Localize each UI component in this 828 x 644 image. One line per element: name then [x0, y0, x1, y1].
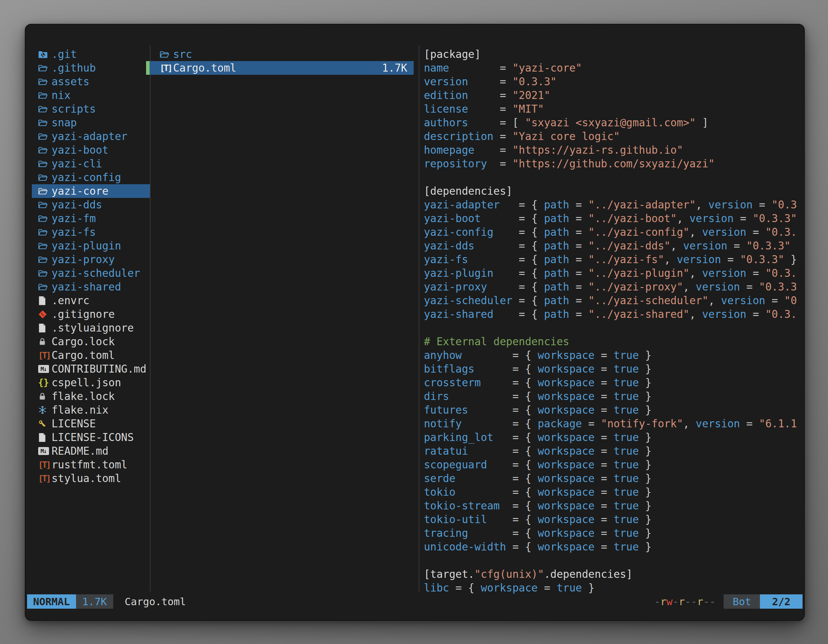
- file-name: yazi-shared: [52, 280, 121, 293]
- preview-line: yazi-shared = { path = "../yazi-shared",…: [424, 307, 803, 321]
- current-item-Cargo.toml[interactable]: [T]Cargo.toml1.7K: [149, 61, 414, 75]
- sidebar-item-yazi-proxy[interactable]: yazi-proxy: [32, 253, 150, 266]
- preview-line: edition = "2021": [424, 88, 803, 102]
- file-size-badge: 1.7K: [76, 594, 113, 609]
- file-name: .styluaignore: [52, 322, 134, 334]
- sidebar-item-yazi-dds[interactable]: yazi-dds: [32, 198, 150, 212]
- file-name: Cargo.toml: [52, 349, 115, 362]
- status-bar: NORMAL 1.7K Cargo.toml -rw-r--r-- Bot 2/…: [27, 594, 803, 609]
- preview-line: license = "MIT": [424, 102, 803, 116]
- sidebar-item-assets[interactable]: assets: [32, 75, 150, 88]
- file-name: assets: [52, 75, 89, 88]
- preview-line: version = "0.3.3": [424, 75, 803, 88]
- folder-open-icon: [38, 201, 52, 209]
- toml-icon: [T]: [160, 64, 173, 72]
- preview-line: scopeguard = { workspace = true }: [424, 458, 803, 472]
- current-item-src[interactable]: src: [149, 47, 414, 61]
- sidebar-item-snap[interactable]: snap: [32, 116, 150, 130]
- sidebar-item-LICENSE[interactable]: LICENSE: [32, 417, 150, 431]
- folder-open-icon: [38, 187, 52, 195]
- folder-open-icon: [38, 270, 52, 277]
- folder-open-icon: [38, 78, 52, 86]
- toml-icon: [T]: [38, 474, 52, 483]
- preview-line: yazi-boot = { path = "../yazi-boot", ver…: [424, 212, 803, 225]
- file-name: rustfmt.toml: [52, 459, 127, 471]
- sidebar-item-scripts[interactable]: scripts: [32, 102, 150, 116]
- file-name: CONTRIBUTING.md: [52, 363, 146, 375]
- git-folder-icon: [38, 50, 52, 58]
- sidebar-item-yazi-adapter[interactable]: yazi-adapter: [32, 130, 150, 143]
- sidebar-item-yazi-scheduler[interactable]: yazi-scheduler: [32, 266, 150, 280]
- file-name: yazi-scheduler: [52, 267, 140, 279]
- folder-open-icon: [38, 64, 52, 72]
- sidebar-item-flake.nix[interactable]: flake.nix: [32, 403, 150, 417]
- sidebar-item-stylua.toml[interactable]: [T]stylua.toml: [32, 472, 150, 485]
- sidebar-item-Cargo.lock[interactable]: Cargo.lock: [32, 335, 150, 348]
- sidebar-item-nix[interactable]: nix: [32, 88, 150, 102]
- file-name: .envrc: [52, 294, 89, 307]
- folder-open-icon: [38, 229, 52, 236]
- perm-char: -: [709, 595, 715, 608]
- sidebar-item-cspell.json[interactable]: {}cspell.json: [32, 376, 150, 389]
- file-icon: [38, 323, 52, 333]
- current-pane: src[T]Cargo.toml1.7K: [149, 47, 414, 75]
- preview-line: [424, 554, 803, 567]
- sidebar-item-yazi-core[interactable]: yazi-core: [32, 184, 150, 198]
- perm-char: -: [673, 595, 679, 608]
- sidebar-item-flake.lock[interactable]: flake.lock: [32, 389, 150, 403]
- sidebar-item-.gitignore[interactable]: .gitignore: [32, 307, 150, 321]
- folder-open-icon: [38, 133, 52, 140]
- file-name: stylua.toml: [52, 472, 121, 484]
- markdown-icon: M↓: [38, 447, 49, 455]
- preview-line: futures = { workspace = true }: [424, 403, 803, 417]
- file-name: Cargo.lock: [52, 335, 115, 348]
- perm-char: r: [660, 595, 666, 608]
- sidebar-item-Cargo.toml[interactable]: [T]Cargo.toml: [32, 348, 150, 362]
- preview-line: tracing = { workspace = true }: [424, 526, 803, 540]
- file-name: yazi-cli: [52, 158, 102, 170]
- file-name: src: [173, 48, 192, 60]
- perm-char: -: [691, 595, 697, 608]
- sidebar-item-yazi-config[interactable]: yazi-config: [32, 171, 150, 184]
- preview-line: ratatui = { workspace = true }: [424, 444, 803, 458]
- preview-line: serde = { workspace = true }: [424, 472, 803, 485]
- preview-line: yazi-plugin = { path = "../yazi-plugin",…: [424, 266, 803, 280]
- file-size: 1.7K: [382, 62, 414, 74]
- perm-char: r: [679, 595, 685, 608]
- parent-pane: .git.githubassetsnixscriptssnapyazi-adap…: [32, 47, 150, 485]
- file-name: flake.lock: [52, 390, 115, 403]
- perm-char: -: [685, 595, 691, 608]
- sidebar-item-rustfmt.toml[interactable]: [T]rustfmt.toml: [32, 458, 150, 472]
- statusbar-spacer: [186, 594, 654, 609]
- sidebar-item-.github[interactable]: .github: [32, 61, 150, 75]
- git-icon: [38, 310, 52, 319]
- sidebar-item-yazi-boot[interactable]: yazi-boot: [32, 143, 150, 157]
- file-name: scripts: [52, 103, 96, 115]
- sidebar-item-yazi-shared[interactable]: yazi-shared: [32, 280, 150, 294]
- file-name: yazi-proxy: [52, 253, 115, 266]
- nix-snowflake-icon: [38, 406, 52, 414]
- preview-line: yazi-scheduler = { path = "../yazi-sched…: [424, 294, 803, 307]
- file-name: README.md: [52, 445, 108, 457]
- sidebar-item-README.md[interactable]: M↓README.md: [32, 444, 150, 458]
- preview-line: notify = { package = "notify-fork", vers…: [424, 417, 803, 431]
- sidebar-item-yazi-fm[interactable]: yazi-fm: [32, 212, 150, 225]
- sidebar-item-.styluaignore[interactable]: .styluaignore: [32, 321, 150, 335]
- preview-line: [424, 171, 803, 184]
- folder-open-icon: [38, 146, 52, 154]
- perm-char: r: [697, 595, 703, 608]
- sidebar-item-yazi-cli[interactable]: yazi-cli: [32, 157, 150, 171]
- sidebar-item-yazi-fs[interactable]: yazi-fs: [32, 225, 150, 239]
- sidebar-item-LICENSE-ICONS[interactable]: LICENSE-ICONS: [32, 431, 150, 444]
- preview-line: authors = [ "sxyazi <sxyazi@gmail.com>" …: [424, 116, 803, 130]
- folder-open-icon: [38, 215, 52, 223]
- sidebar-item-.git[interactable]: .git: [32, 47, 150, 61]
- file-icon: [38, 433, 52, 442]
- sidebar-item-CONTRIBUTING.md[interactable]: M↓CONTRIBUTING.md: [32, 362, 150, 376]
- key-icon: [38, 420, 52, 428]
- file-name: LICENSE: [52, 417, 96, 430]
- preview-line: tokio-stream = { workspace = true }: [424, 499, 803, 512]
- sidebar-item-.envrc[interactable]: .envrc: [32, 294, 150, 307]
- sidebar-item-yazi-plugin[interactable]: yazi-plugin: [32, 239, 150, 253]
- file-count-badge: 2/2: [760, 594, 803, 609]
